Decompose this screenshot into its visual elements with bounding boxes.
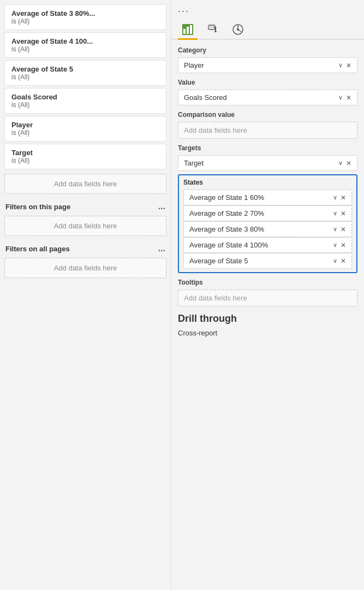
- state-item-actions-0: ∨ ✕: [333, 194, 346, 202]
- filter-value-player: is (All): [11, 129, 159, 137]
- right-content: Category Player ∨ ✕ Value Goals Scored ∨…: [171, 40, 364, 341]
- state-close-icon-1[interactable]: ✕: [341, 210, 346, 217]
- state-close-icon-3[interactable]: ✕: [341, 241, 346, 249]
- value-close-icon[interactable]: ✕: [346, 94, 351, 102]
- state-item-4[interactable]: Average of State 5 ∨ ✕: [183, 253, 352, 269]
- filter-card-state4: Average of State 4 100... is (All): [4, 32, 166, 58]
- state-chevron-icon-0[interactable]: ∨: [333, 194, 337, 201]
- filter-card-state3: Average of State 3 80%... is (All): [4, 4, 166, 30]
- category-close-icon[interactable]: ✕: [346, 62, 351, 69]
- targets-field-value: Target: [184, 159, 204, 167]
- state-chevron-icon-2[interactable]: ∨: [333, 226, 337, 233]
- state-item-label-2: Average of State 3 80%: [189, 225, 264, 233]
- add-data-field-top[interactable]: Add data fields here: [4, 174, 166, 194]
- state-item-label-4: Average of State 5: [189, 257, 248, 265]
- state-chevron-icon-1[interactable]: ∨: [333, 210, 337, 217]
- visualization-icon: [182, 23, 194, 36]
- states-items-container: Average of State 1 60% ∨ ✕ Average of St…: [183, 190, 352, 269]
- category-label: Category: [178, 46, 357, 54]
- icon-bar: [171, 18, 364, 40]
- tooltips-placeholder[interactable]: Add data fields here: [178, 290, 357, 306]
- targets-close-icon[interactable]: ✕: [346, 160, 351, 167]
- analytics-icon: [232, 23, 244, 36]
- svg-rect-8: [214, 31, 217, 32]
- category-chevron-icon[interactable]: ∨: [338, 62, 343, 69]
- state-item-1[interactable]: Average of State 2 70% ∨ ✕: [183, 205, 352, 221]
- svg-rect-2: [187, 27, 189, 34]
- state-chevron-icon-3[interactable]: ∨: [333, 241, 337, 249]
- svg-rect-1: [183, 29, 186, 34]
- state-item-actions-4: ∨ ✕: [333, 257, 346, 265]
- filter-value-state3: is (All): [11, 17, 159, 25]
- filter-card-goals: Goals Scored is (All): [4, 88, 166, 114]
- state-item-0[interactable]: Average of State 1 60% ∨ ✕: [183, 190, 352, 205]
- filter-value-goals: is (All): [11, 101, 159, 109]
- add-data-field-page[interactable]: Add data fields here: [4, 216, 166, 236]
- tooltips-label: Tooltips: [178, 279, 357, 286]
- cross-report-label: Cross-report: [178, 329, 357, 337]
- state-item-actions-3: ∨ ✕: [333, 241, 346, 249]
- value-label: Value: [178, 79, 357, 86]
- state-item-label-1: Average of State 2 70%: [189, 209, 264, 217]
- format-icon: [207, 23, 219, 36]
- filters-on-all-header: Filters on all pages ...: [0, 238, 171, 256]
- left-panel: Average of State 3 80%... is (All) Avera…: [0, 0, 171, 590]
- value-field-actions: ∨ ✕: [338, 94, 351, 102]
- states-section: States Average of State 1 60% ∨ ✕ Averag…: [178, 174, 357, 273]
- analytics-tab[interactable]: [228, 20, 248, 40]
- svg-rect-3: [190, 25, 192, 34]
- filters-on-page-dots[interactable]: ...: [158, 202, 165, 211]
- add-data-field-all[interactable]: Add data fields here: [4, 258, 166, 278]
- state-item-label-3: Average of State 4 100%: [189, 241, 268, 249]
- comparison-label: Comparison value: [178, 111, 357, 119]
- filters-on-all-dots[interactable]: ...: [158, 244, 165, 253]
- filter-card-state5: Average of State 5 is (All): [4, 60, 166, 86]
- state-close-icon-2[interactable]: ✕: [341, 226, 346, 233]
- targets-chevron-icon[interactable]: ∨: [338, 160, 343, 167]
- filter-title-target: Target: [11, 149, 159, 157]
- svg-point-10: [237, 28, 239, 31]
- targets-field-actions: ∨ ✕: [338, 160, 351, 167]
- filter-card-target: Target is (All): [4, 144, 166, 169]
- state-item-2[interactable]: Average of State 3 80% ∨ ✕: [183, 221, 352, 237]
- filter-title-state4: Average of State 4 100...: [11, 37, 159, 45]
- right-panel: ...: [171, 0, 364, 590]
- svg-rect-6: [214, 27, 216, 28]
- value-field-value: Goals Scored: [184, 93, 227, 102]
- format-tab[interactable]: [203, 20, 223, 40]
- targets-field[interactable]: Target ∨ ✕: [178, 155, 357, 171]
- filter-title-state3: Average of State 3 80%...: [11, 9, 159, 17]
- category-field-actions: ∨ ✕: [338, 62, 351, 69]
- visualization-tab[interactable]: [178, 20, 198, 40]
- filter-value-state5: is (All): [11, 73, 159, 81]
- comparison-placeholder[interactable]: Add data fields here: [178, 122, 357, 139]
- value-chevron-icon[interactable]: ∨: [338, 94, 343, 101]
- state-item-3[interactable]: Average of State 4 100% ∨ ✕: [183, 237, 352, 253]
- filters-on-all-label: Filters on all pages: [5, 245, 70, 253]
- category-field[interactable]: Player ∨ ✕: [178, 57, 357, 73]
- targets-label: Targets: [178, 144, 357, 152]
- state-close-icon-4[interactable]: ✕: [341, 257, 346, 265]
- right-top-dots: ...: [171, 0, 364, 18]
- filter-value-target: is (All): [11, 157, 159, 164]
- state-item-label-0: Average of State 1 60%: [189, 193, 264, 202]
- states-label: States: [183, 179, 352, 186]
- filter-title-goals: Goals Scored: [11, 93, 159, 101]
- filters-on-page-label: Filters on this page: [5, 203, 70, 211]
- state-item-actions-1: ∨ ✕: [333, 210, 346, 217]
- filters-on-page-header: Filters on this page ...: [0, 196, 171, 214]
- filter-title-state5: Average of State 5: [11, 65, 159, 73]
- svg-rect-7: [215, 28, 216, 32]
- drill-through-heading: Drill through: [178, 310, 357, 326]
- filter-card-player: Player is (All): [4, 116, 166, 141]
- state-close-icon-0[interactable]: ✕: [341, 194, 346, 202]
- state-chevron-icon-4[interactable]: ∨: [333, 257, 337, 264]
- category-field-value: Player: [184, 61, 204, 69]
- value-field[interactable]: Goals Scored ∨ ✕: [178, 90, 357, 105]
- filter-value-state4: is (All): [11, 45, 159, 53]
- filter-title-player: Player: [11, 121, 159, 129]
- state-item-actions-2: ∨ ✕: [333, 226, 346, 233]
